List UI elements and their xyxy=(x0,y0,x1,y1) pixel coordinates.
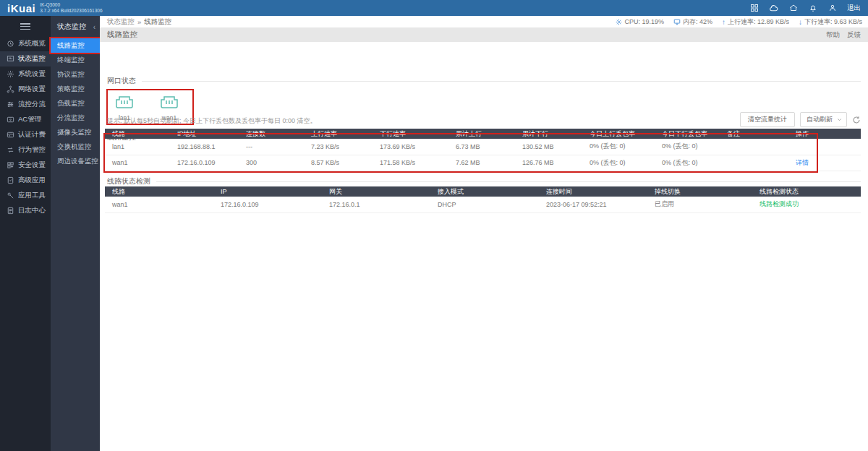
firmware-build: 3.7.2 x64 Build202306161306 xyxy=(40,8,102,14)
cell-access-mode: DHCP xyxy=(430,197,539,212)
nav-item-ac-management[interactable]: AC管理 xyxy=(0,112,51,127)
apps-icon[interactable] xyxy=(749,4,759,13)
nav-item-label: 认证计费 xyxy=(18,130,46,139)
nav-item-label: 行为管控 xyxy=(18,145,46,155)
nav-item-flow-control[interactable]: 流控分流 xyxy=(0,97,51,112)
feedback-link[interactable]: 反馈 xyxy=(847,30,861,40)
refresh-button[interactable] xyxy=(852,116,861,124)
up-arrow-icon: ↑ xyxy=(722,18,726,26)
nav-item-system-settings[interactable]: 系统设置 xyxy=(0,66,51,82)
memory-stat: 内存: 42% xyxy=(673,17,712,27)
primary-sidebar: 系统概览 状态监控 系统设置 网络设置 流控分流 AC管理 认证计费 行为管控 xyxy=(0,16,51,451)
page-title: 线路监控 xyxy=(107,30,137,40)
logout-button[interactable]: 退出 xyxy=(847,4,861,13)
nav-item-label: 网络设置 xyxy=(18,85,46,94)
cpu-stat: CPU: 19.19% xyxy=(616,18,664,25)
main-content: 状态监控 » 线路监控 CPU: 19.19% 内存: 42% ↑ 上行速率: … xyxy=(100,16,868,451)
collapse-icon[interactable]: ‹ xyxy=(93,23,95,31)
panel-body: 网口状态 lan1 wan1 线路监控 提示: 默认每5秒自动刷新; 今日上下行… xyxy=(100,42,868,451)
col-header: 掉线切换 xyxy=(647,186,752,197)
col-header: 线路检测状态 xyxy=(752,186,861,197)
submenu-item-protocol-monitor[interactable]: 协议监控 xyxy=(51,67,100,82)
detect-section-label: 线路状态检测 xyxy=(107,176,150,186)
col-header: 连接时间 xyxy=(539,186,647,197)
upload-stat: ↑ 上行速率: 12.89 KB/s xyxy=(722,17,789,27)
cpu-icon xyxy=(616,19,622,25)
nav-item-auth-billing[interactable]: 认证计费 xyxy=(0,127,51,142)
device-model: IK-Q3000 xyxy=(40,2,102,8)
help-link[interactable]: 帮助 xyxy=(826,30,840,40)
page-titlebar: 线路监控 帮助 反馈 xyxy=(100,27,868,42)
cell-line: wan1 xyxy=(105,197,213,212)
submenu-item-terminal-monitor[interactable]: 终端监控 xyxy=(51,53,100,67)
refresh-mode-value: 自动刷新 xyxy=(807,115,833,124)
nav-item-advanced-apps[interactable]: 高级应用 xyxy=(0,173,51,188)
nav-item-network-settings[interactable]: 网络设置 xyxy=(0,82,51,97)
chevron-down-icon xyxy=(837,117,842,122)
refresh-mode-select[interactable]: 自动刷新 xyxy=(800,112,847,127)
ports-section-title: 网口状态 xyxy=(107,76,861,86)
annotation-box-table xyxy=(103,133,818,173)
nav-item-log-center[interactable]: 日志中心 xyxy=(0,203,51,218)
breadcrumb-current: 线路监控 xyxy=(144,17,171,27)
nav-item-app-tools[interactable]: 应用工具 xyxy=(0,188,51,203)
submenu-item-switch-monitor[interactable]: 交换机监控 xyxy=(51,139,100,154)
nav-item-label: 安全设置 xyxy=(18,160,46,170)
table-row-wan1-detect: wan1 172.16.0.109 172.16.0.1 DHCP 2023-0… xyxy=(105,197,861,212)
detect-status-link[interactable]: 线路检测成功 xyxy=(760,200,799,207)
col-header: 线路 xyxy=(105,186,213,197)
submenu-title: 状态监控 xyxy=(57,22,86,32)
device-info: IK-Q3000 3.7.2 x64 Build202306161306 xyxy=(40,2,102,14)
breadcrumb-separator: » xyxy=(137,18,141,26)
app-logo: iKuai xyxy=(7,2,35,14)
nav-item-behavior-control[interactable]: 行为管控 xyxy=(0,142,51,158)
submenu-item-line-monitor[interactable]: 线路监控 xyxy=(51,38,100,53)
refresh-icon xyxy=(852,116,861,124)
cell-failover: 已启用 xyxy=(647,197,752,212)
topbar: iKuai IK-Q3000 3.7.2 x64 Build2023061613… xyxy=(0,0,868,16)
table-toolbar: 清空流量统计 自动刷新 xyxy=(740,112,861,127)
submenu-header: 状态监控 ‹ xyxy=(51,16,100,38)
cell-gateway: 172.16.0.1 xyxy=(322,197,430,212)
system-stats: CPU: 19.19% 内存: 42% ↑ 上行速率: 12.89 KB/s ↓… xyxy=(616,17,862,27)
submenu-item-load-monitor[interactable]: 负载监控 xyxy=(51,96,100,111)
ethernet-port-icon xyxy=(112,93,137,113)
nav-item-label: 日志中心 xyxy=(18,206,46,215)
submenu-item-camera-monitor[interactable]: 摄像头监控 xyxy=(51,125,100,139)
table-header: 线路 IP 网关 接入模式 连接时间 掉线切换 线路检测状态 xyxy=(105,186,861,197)
ethernet-port-icon xyxy=(157,93,182,113)
nav-item-security-settings[interactable]: 安全设置 xyxy=(0,158,51,173)
nav-item-label: 系统概览 xyxy=(18,39,46,48)
memory-icon xyxy=(673,18,681,25)
cell-ip: 172.16.0.109 xyxy=(213,197,322,212)
status-row: 状态监控 » 线路监控 CPU: 19.19% 内存: 42% ↑ 上行速率: … xyxy=(100,16,868,27)
breadcrumb-parent[interactable]: 状态监控 xyxy=(107,17,135,27)
app-window: iKuai IK-Q3000 3.7.2 x64 Build2023061613… xyxy=(0,0,868,451)
nav-item-overview[interactable]: 系统概览 xyxy=(0,36,51,51)
ports-section-label: 网口状态 xyxy=(107,76,136,86)
menu-toggle-icon[interactable] xyxy=(20,23,30,30)
submenu-item-policy-monitor[interactable]: 策略监控 xyxy=(51,82,100,96)
cloud-icon[interactable] xyxy=(769,4,778,13)
memory-value: 内存: 42% xyxy=(683,17,712,27)
user-icon[interactable] xyxy=(827,4,837,13)
detect-section-title: 线路状态检测 xyxy=(107,176,861,186)
brand: iKuai IK-Q3000 3.7.2 x64 Build2023061613… xyxy=(7,2,103,14)
nav-item-label: 流控分流 xyxy=(18,100,46,109)
down-arrow-icon: ↓ xyxy=(799,18,802,26)
nav-item-label: 状态监控 xyxy=(18,54,46,64)
clear-traffic-button[interactable]: 清空流量统计 xyxy=(740,112,795,127)
nav-item-label: 系统设置 xyxy=(18,69,46,79)
home-icon[interactable] xyxy=(788,4,798,13)
nav-item-label: 高级应用 xyxy=(18,176,46,185)
col-header: 接入模式 xyxy=(430,186,539,197)
bell-icon[interactable] xyxy=(808,4,817,13)
nav-item-status-monitor[interactable]: 状态监控 xyxy=(0,51,51,66)
topbar-actions: 退出 xyxy=(749,4,861,13)
col-header: 网关 xyxy=(322,186,430,197)
submenu-item-peripheral-monitor[interactable]: 周边设备监控 xyxy=(51,154,100,168)
upload-value: 上行速率: 12.89 KB/s xyxy=(728,17,789,27)
download-value: 下行速率: 9.63 KB/s xyxy=(804,17,862,27)
submenu-item-diversion-monitor[interactable]: 分流监控 xyxy=(51,111,100,125)
nav-item-label: AC管理 xyxy=(18,115,41,124)
